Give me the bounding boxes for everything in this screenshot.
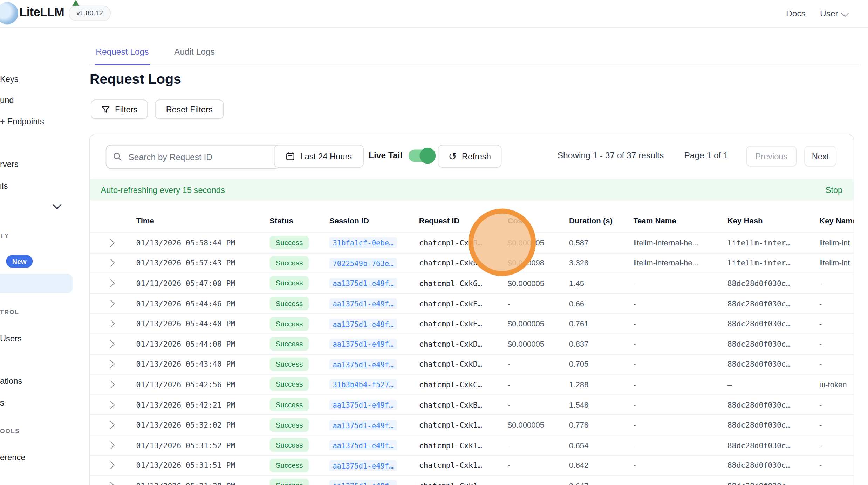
user-menu[interactable]: User — [820, 8, 847, 18]
sidebar-item-logs-active[interactable] — [0, 274, 73, 293]
table-row[interactable]: 01/13/2026 05:58:44 PM Success 31bfa1cf-… — [90, 233, 854, 253]
row-key-hash: 88dc28d0f030c… — [727, 319, 819, 328]
results-summary: Showing 1 - 37 of 37 results — [558, 151, 664, 160]
row-expand-chevron-icon[interactable] — [107, 462, 115, 469]
row-expand-chevron-icon[interactable] — [107, 279, 115, 287]
row-key-name: - — [819, 299, 854, 308]
status-badge: Success — [269, 337, 309, 351]
row-expand-chevron-icon[interactable] — [107, 259, 115, 267]
table-row[interactable]: 01/13/2026 05:31:51 PM Success aa1375d1-… — [90, 456, 854, 476]
session-id-link[interactable]: aa1375d1-e49f… — [329, 400, 397, 410]
status-badge: Success — [269, 458, 309, 472]
table-row[interactable]: 01/13/2026 05:57:43 PM Success 7022549b-… — [90, 253, 854, 273]
row-duration: 3.328 — [569, 258, 633, 267]
calendar-icon — [286, 152, 295, 161]
session-id-link[interactable]: 7022549b-763e… — [329, 258, 397, 268]
row-time: 01/13/2026 05:31:51 PM — [136, 461, 270, 470]
sidebar-item-guardrails[interactable]: ils — [0, 181, 8, 190]
row-expand-chevron-icon[interactable] — [107, 401, 115, 408]
row-expand-chevron-icon[interactable] — [107, 482, 115, 485]
time-range-label: Last 24 Hours — [300, 152, 352, 161]
sidebar-item-keys[interactable]: Keys — [0, 74, 19, 84]
row-cost: - — [508, 441, 569, 450]
row-expand-chevron-icon[interactable] — [107, 320, 115, 327]
row-key-hash: 88dc28d0f030c… — [727, 400, 819, 409]
status-badge: Success — [269, 479, 309, 485]
sidebar-item-servers[interactable]: rvers — [0, 159, 19, 169]
session-id-link[interactable]: aa1375d1-e49f… — [329, 420, 397, 430]
tab-audit-logs[interactable]: Audit Logs — [173, 47, 216, 65]
row-cost: $0.000098 — [508, 258, 569, 267]
filters-button[interactable]: Filters — [91, 99, 148, 119]
sidebar-item-teams[interactable]: s — [0, 398, 4, 407]
refresh-button[interactable]: ↻ Refresh — [438, 145, 502, 168]
session-id-link[interactable]: aa1375d1-e49f… — [329, 460, 397, 471]
row-key-name: litellm-int — [819, 238, 854, 247]
table-row[interactable]: 01/13/2026 05:44:08 PM Success aa1375d1-… — [90, 334, 854, 354]
row-team-name: - — [633, 319, 727, 328]
session-id-link[interactable]: 31b3b4b4-f527… — [329, 379, 397, 390]
column-header-team-name: Team Name — [633, 216, 727, 225]
row-duration: 1.288 — [569, 380, 633, 389]
row-team-name: litellm-internal-he... — [633, 238, 727, 247]
sidebar-item-api-reference[interactable]: erence — [0, 452, 25, 462]
row-cost: $0.000005 — [508, 279, 569, 287]
sidebar-item-internal-users[interactable]: Users — [0, 334, 22, 343]
row-key-hash: – — [727, 380, 819, 389]
row-request-id: chatcmpl-CxkG… — [419, 279, 508, 287]
row-key-name: - — [819, 421, 854, 429]
table-row[interactable]: 01/13/2026 05:44:40 PM Success aa1375d1-… — [90, 314, 854, 334]
table-row[interactable]: 01/13/2026 05:42:21 PM Success aa1375d1-… — [90, 395, 854, 415]
page-title: Request Logs — [90, 71, 181, 87]
sidebar-collapse-chevron-icon[interactable] — [52, 200, 62, 209]
row-time: 01/13/2026 05:58:44 PM — [136, 238, 270, 247]
row-expand-chevron-icon[interactable] — [107, 239, 115, 247]
status-badge: Success — [269, 418, 309, 432]
stop-auto-refresh-button[interactable]: Stop — [826, 185, 843, 194]
table-row[interactable]: 01/13/2026 05:42:56 PM Success 31b3b4b4-… — [90, 375, 854, 395]
row-expand-chevron-icon[interactable] — [107, 340, 115, 348]
row-expand-chevron-icon[interactable] — [107, 421, 115, 429]
time-range-button[interactable]: Last 24 Hours — [274, 145, 364, 168]
row-expand-chevron-icon[interactable] — [107, 381, 115, 388]
reset-filters-button[interactable]: Reset Filters — [155, 99, 224, 119]
session-id-link[interactable]: aa1375d1-e49f… — [329, 339, 397, 349]
row-key-name: - — [819, 481, 854, 485]
sidebar-item-models-endpoints[interactable]: + Endpoints — [0, 117, 44, 126]
row-expand-chevron-icon[interactable] — [107, 441, 115, 449]
next-page-button[interactable]: Next — [804, 146, 836, 166]
session-id-link[interactable]: aa1375d1-e49f… — [329, 318, 397, 329]
session-id-link[interactable]: aa1375d1-e49f… — [329, 359, 397, 369]
tab-request-logs[interactable]: Request Logs — [95, 47, 150, 65]
table-row[interactable]: 01/13/2026 05:32:02 PM Success aa1375d1-… — [90, 415, 854, 435]
docs-link[interactable]: Docs — [786, 8, 806, 18]
row-duration: 1.548 — [569, 400, 633, 409]
row-request-id: chatcmpl-CxkC… — [419, 380, 508, 389]
table-row[interactable]: 01/13/2026 05:44:46 PM Success aa1375d1-… — [90, 293, 854, 314]
previous-page-button[interactable]: Previous — [746, 146, 797, 166]
tree-icon — [72, 0, 80, 6]
table-row[interactable]: 01/13/2026 05:47:00 PM Success aa1375d1-… — [90, 273, 854, 294]
row-key-hash: litellm-inter… — [727, 258, 819, 267]
session-id-link[interactable]: aa1375d1-e49f… — [329, 298, 397, 309]
live-tail-toggle[interactable] — [409, 150, 434, 162]
row-team-name: - — [633, 421, 727, 429]
table-row[interactable]: 01/13/2026 05:31:52 PM Success aa1375d1-… — [90, 435, 854, 456]
session-id-link[interactable]: aa1375d1-e49f… — [329, 440, 397, 450]
session-id-link[interactable]: aa1375d1-e49f… — [329, 480, 397, 485]
row-duration: 0.66 — [569, 299, 633, 308]
row-duration: 0.587 — [569, 238, 633, 247]
column-header-status: Status — [269, 216, 329, 225]
session-id-link[interactable]: 31bfa1cf-0ebe… — [329, 237, 397, 248]
table-row[interactable]: 01/13/2026 05:31:38 PM Success aa1375d1-… — [90, 476, 854, 485]
session-id-link[interactable]: aa1375d1-e49f… — [329, 278, 397, 289]
search-input[interactable] — [127, 151, 273, 162]
row-expand-chevron-icon[interactable] — [107, 360, 115, 368]
table-row[interactable]: 01/13/2026 05:43:40 PM Success aa1375d1-… — [90, 354, 854, 375]
table-header-row: Time Status Session ID Request ID Cost D… — [90, 209, 854, 233]
row-key-name: - — [819, 400, 854, 409]
row-expand-chevron-icon[interactable] — [107, 299, 115, 307]
sidebar-item-playground[interactable]: und — [0, 95, 14, 105]
sidebar-item-organizations[interactable]: ations — [0, 376, 22, 386]
funnel-icon — [101, 105, 110, 113]
